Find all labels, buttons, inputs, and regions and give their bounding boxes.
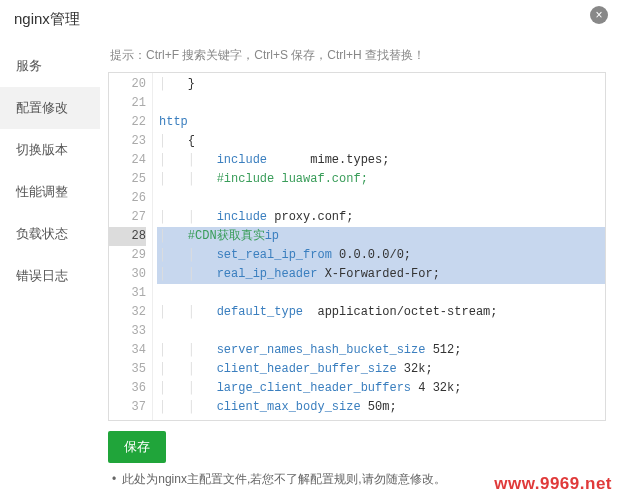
sidebar-item[interactable]: 配置修改 bbox=[0, 87, 100, 129]
code-line[interactable]: http bbox=[157, 113, 605, 132]
sidebar-item[interactable]: 负载状态 bbox=[0, 213, 100, 255]
sidebar-item[interactable]: 服务 bbox=[0, 45, 100, 87]
sidebar-item[interactable]: 切换版本 bbox=[0, 129, 100, 171]
code-line[interactable]: │ │ #include luawaf.conf; bbox=[157, 170, 605, 189]
code-line[interactable] bbox=[157, 94, 605, 113]
code-line[interactable]: │ #CDN获取真实ip bbox=[157, 227, 605, 246]
code-line[interactable]: │ │ include mime.types; bbox=[157, 151, 605, 170]
code-line[interactable]: │ │ large_client_header_buffers 4 32k; bbox=[157, 379, 605, 398]
sidebar-item[interactable]: 性能调整 bbox=[0, 171, 100, 213]
hint-text: 提示：Ctrl+F 搜索关键字，Ctrl+S 保存，Ctrl+H 查找替换！ bbox=[108, 41, 606, 72]
code-line[interactable]: │ │ default_type application/octet-strea… bbox=[157, 303, 605, 322]
code-line[interactable]: │ { bbox=[157, 132, 605, 151]
sidebar: 服务配置修改切换版本性能调整负载状态错误日志 bbox=[0, 41, 100, 500]
code-area[interactable]: │ }http│ {│ │ include mime.types;│ │ #in… bbox=[153, 73, 605, 420]
code-line[interactable]: │ │ client_max_body_size 50m; bbox=[157, 398, 605, 417]
save-button[interactable]: 保存 bbox=[108, 431, 166, 463]
code-line[interactable]: │ │ server_names_hash_bucket_size 512; bbox=[157, 341, 605, 360]
sidebar-item[interactable]: 错误日志 bbox=[0, 255, 100, 297]
code-line[interactable] bbox=[157, 417, 605, 420]
code-line[interactable]: │ │ real_ip_header X-Forwarded-For; bbox=[157, 265, 605, 284]
code-line[interactable] bbox=[157, 322, 605, 341]
code-line[interactable]: │ │ include proxy.conf; bbox=[157, 208, 605, 227]
code-editor[interactable]: 20212223242526272829303132333435363738 │… bbox=[108, 72, 606, 421]
close-button[interactable]: × bbox=[590, 6, 608, 24]
code-line[interactable]: │ } bbox=[157, 75, 605, 94]
code-line[interactable]: │ │ client_header_buffer_size 32k; bbox=[157, 360, 605, 379]
modal-title: nginx管理 bbox=[0, 0, 618, 41]
code-line[interactable]: │ │ set_real_ip_from 0.0.0.0/0; bbox=[157, 246, 605, 265]
code-line[interactable] bbox=[157, 189, 605, 208]
line-gutter: 20212223242526272829303132333435363738 bbox=[109, 73, 153, 420]
config-note: •此处为nginx主配置文件,若您不了解配置规则,请勿随意修改。 bbox=[108, 469, 606, 496]
code-line[interactable] bbox=[157, 284, 605, 303]
